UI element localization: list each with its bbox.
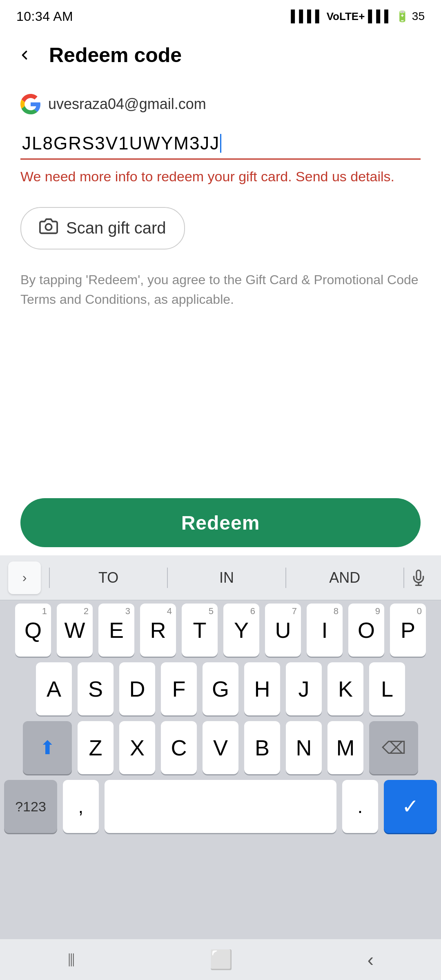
google-logo-icon (20, 94, 41, 114)
svg-point-0 (45, 224, 51, 230)
key-m[interactable]: M (327, 721, 363, 774)
battery-level: 35 (412, 10, 425, 23)
code-input-display[interactable]: JL8GRS3V1UWYM3JJ (20, 129, 421, 160)
key-e[interactable]: 3 E (98, 604, 134, 657)
scan-gift-card-button[interactable]: Scan gift card (20, 207, 185, 249)
chevron-right-icon: › (22, 570, 27, 585)
key-d[interactable]: D (119, 662, 155, 715)
account-row: uvesraza04@gmail.com (20, 94, 421, 114)
checkmark-icon: ✓ (402, 795, 419, 818)
key-z[interactable]: Z (78, 721, 114, 774)
key-p[interactable]: 0 P (390, 604, 426, 657)
key-row-3: ⬆ Z X C V B N M ⌫ (4, 721, 437, 774)
num-label: ?123 (15, 799, 46, 815)
key-f[interactable]: F (161, 662, 197, 715)
page-title: Redeem code (49, 43, 182, 67)
key-row-1: 1 Q 2 W 3 E 4 R 5 T 6 Y (4, 604, 437, 657)
key-o[interactable]: 9 O (348, 604, 384, 657)
key-v[interactable]: V (203, 721, 238, 774)
recent-apps-icon[interactable]: ⦀ (67, 949, 75, 971)
lte-label: VoLTE+ (327, 10, 365, 23)
back-nav-icon[interactable]: ‹ (368, 949, 374, 971)
suggestion-and[interactable]: AND (286, 569, 403, 586)
signal2-icon: ▌▌▌ (368, 10, 392, 23)
navigation-bar: ⦀ ⬜ ‹ (0, 939, 441, 980)
key-row-4: ?123 , . ✓ (4, 780, 437, 833)
key-l[interactable]: L (369, 662, 405, 715)
error-message: We need more info to redeem your gift ca… (20, 169, 394, 184)
battery-icon: 🔋 (396, 10, 409, 23)
scan-label: Scan gift card (66, 219, 166, 237)
key-row-2: A S D F G H J K L (4, 662, 437, 715)
key-comma[interactable]: , (63, 780, 99, 833)
status-time: 10:34 AM (16, 9, 73, 24)
redeem-button-container: Redeem (20, 498, 421, 547)
key-g[interactable]: G (203, 662, 238, 715)
suggestion-in[interactable]: IN (168, 569, 285, 586)
key-t[interactable]: 5 T (182, 604, 218, 657)
microphone-icon (410, 570, 427, 586)
key-x[interactable]: X (119, 721, 155, 774)
main-content: uvesraza04@gmail.com JL8GRS3V1UWYM3JJ We… (0, 78, 441, 309)
signal-icon: ▌▌▌▌ (291, 10, 323, 23)
camera-icon (39, 217, 58, 240)
key-w[interactable]: 2 W (57, 604, 93, 657)
shift-button[interactable]: ⬆ (23, 721, 72, 774)
keyboard-keys: 1 Q 2 W 3 E 4 R 5 T 6 Y (0, 600, 441, 833)
key-period[interactable]: . (342, 780, 378, 833)
space-key[interactable] (105, 780, 336, 833)
back-button[interactable] (12, 43, 37, 67)
key-c[interactable]: C (161, 721, 197, 774)
suggestions-row: › TO IN AND (0, 555, 441, 600)
key-q[interactable]: 1 Q (15, 604, 51, 657)
key-y[interactable]: 6 Y (223, 604, 259, 657)
key-k[interactable]: K (327, 662, 363, 715)
key-a[interactable]: A (36, 662, 72, 715)
key-r[interactable]: 4 R (140, 604, 176, 657)
key-j[interactable]: J (286, 662, 322, 715)
text-cursor (220, 134, 221, 153)
backspace-icon: ⌫ (382, 738, 406, 758)
shift-icon: ⬆ (40, 737, 56, 759)
redeem-button[interactable]: Redeem (20, 498, 421, 547)
suggestion-to[interactable]: TO (50, 569, 167, 586)
microphone-button[interactable] (404, 564, 433, 592)
key-u[interactable]: 7 U (265, 604, 301, 657)
home-icon[interactable]: ⬜ (209, 949, 233, 971)
code-input-text: JL8GRS3V1UWYM3JJ (22, 133, 220, 154)
keyboard-area: › TO IN AND 1 Q 2 W (0, 555, 441, 980)
account-email: uvesraza04@gmail.com (48, 96, 206, 113)
suggestions-expand-button[interactable]: › (8, 561, 41, 594)
toolbar: Redeem code (0, 33, 441, 78)
comma-label: , (78, 795, 84, 817)
key-i[interactable]: 8 I (307, 604, 343, 657)
key-s[interactable]: S (78, 662, 114, 715)
status-bar: 10:34 AM ▌▌▌▌ VoLTE+ ▌▌▌ 🔋 35 (0, 0, 441, 33)
terms-text: By tapping 'Redeem', you agree to the Gi… (20, 272, 419, 307)
key-h[interactable]: H (244, 662, 280, 715)
numbers-toggle-button[interactable]: ?123 (4, 780, 57, 833)
enter-button[interactable]: ✓ (384, 780, 437, 833)
key-b[interactable]: B (244, 721, 280, 774)
period-label: . (358, 795, 363, 817)
backspace-button[interactable]: ⌫ (369, 721, 418, 774)
status-icons: ▌▌▌▌ VoLTE+ ▌▌▌ 🔋 35 (291, 10, 425, 23)
key-n[interactable]: N (286, 721, 322, 774)
